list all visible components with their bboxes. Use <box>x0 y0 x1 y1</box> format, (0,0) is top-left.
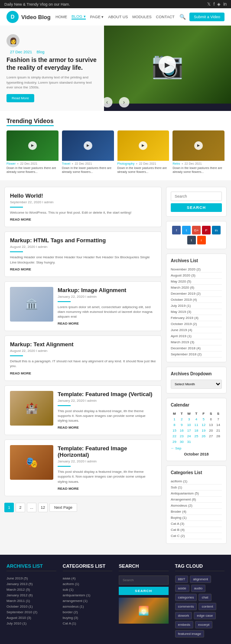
cal-cell[interactable]: 17 <box>185 428 193 433</box>
cal-cell[interactable]: 24 <box>185 433 193 439</box>
twitter-icon[interactable]: 𝕏 <box>207 2 211 7</box>
category-item[interactable]: Cat B (4) <box>171 527 222 533</box>
linkedin-icon[interactable]: in <box>223 2 227 7</box>
trending-play-2[interactable]: ▶ <box>84 141 92 150</box>
footer-search-button[interactable]: SEARCH <box>119 587 169 595</box>
footer-archive-item[interactable]: September 2010 (2) <box>7 609 56 615</box>
hero-next-button[interactable]: › <box>119 97 129 107</box>
cal-cell[interactable]: 1 <box>171 416 178 422</box>
cal-cell[interactable]: 18 <box>193 428 200 433</box>
cal-cell[interactable]: 25 <box>193 433 200 439</box>
sidebar-search-button[interactable]: SEARCH <box>171 203 222 212</box>
cal-cell[interactable]: 30 <box>178 439 185 445</box>
cal-cell[interactable]: 15 <box>171 428 178 433</box>
nav-page[interactable]: PAGE ▾ <box>90 15 104 19</box>
category-item[interactable]: Arrangement (6) <box>171 497 222 503</box>
read-more-image-alignment[interactable]: READ MORE <box>58 322 156 325</box>
nav-modules[interactable]: MODULES <box>132 15 152 19</box>
footer-category-item[interactable]: arrangement (1) <box>63 598 113 604</box>
page-12-button[interactable]: 12 <box>38 503 48 512</box>
page-2-button[interactable]: 2 <box>16 503 25 512</box>
category-item[interactable]: Asmodeus (2) <box>171 503 222 509</box>
archive-item[interactable]: August 2020 (3) <box>171 273 222 279</box>
archive-item[interactable]: May 2020 (5) <box>171 279 222 285</box>
cal-cell[interactable]: 23 <box>178 433 185 439</box>
nav-contact[interactable]: CONTACT <box>156 15 175 19</box>
hero-read-more-button[interactable]: Read More <box>7 94 34 102</box>
footer-search-input[interactable] <box>119 576 169 585</box>
footer-category-item[interactable]: antiquarianism (1) <box>63 592 113 598</box>
cal-cell[interactable]: 11 <box>193 422 200 428</box>
archive-item[interactable]: October 2019 (2) <box>171 321 222 327</box>
logo[interactable]: D Video Blog <box>7 11 51 23</box>
instagram-icon[interactable]: ◈ <box>217 2 221 7</box>
twitter-social-button[interactable]: t <box>182 226 191 234</box>
tag-categories[interactable]: categories <box>175 594 197 601</box>
cal-cell[interactable]: 16 <box>178 428 185 433</box>
tag-aside[interactable]: aside <box>175 585 189 592</box>
archive-item[interactable]: May 2019 (3) <box>171 309 222 315</box>
cal-cell[interactable]: 29 <box>171 439 178 445</box>
nav-home[interactable]: HOME <box>55 15 67 19</box>
footer-category-item[interactable]: asmodeus (1) <box>63 604 113 609</box>
tag-8bit[interactable]: 8BIT <box>175 576 189 583</box>
tumblr-social-button[interactable]: t <box>187 236 196 244</box>
cal-cell[interactable]: 26 <box>200 433 207 439</box>
facebook-social-button[interactable]: f <box>172 226 181 234</box>
tag-chat[interactable]: chat <box>198 594 211 601</box>
trending-play-1[interactable]: ▶ <box>28 141 37 150</box>
tag-audio[interactable]: audio <box>191 585 206 592</box>
archive-item[interactable]: April 2019 (1) <box>171 333 222 339</box>
footer-archive-item[interactable]: June 2019 (5) <box>7 576 56 581</box>
archive-item[interactable]: March 2019 (3) <box>171 339 222 345</box>
read-more-featured-vertical[interactable]: READ MORE <box>58 426 156 429</box>
pinterest-social-button[interactable]: P <box>202 226 211 234</box>
footer-archive-item[interactable]: July 2010 (1) <box>7 621 56 626</box>
archive-item[interactable]: December 2019 (2) <box>171 291 222 297</box>
archive-item[interactable]: October 2019 (4) <box>171 297 222 303</box>
archive-item[interactable]: July 2019 (1) <box>171 303 222 309</box>
category-item[interactable]: aciform (1) <box>171 478 222 485</box>
cal-cell[interactable]: 3 <box>185 416 193 422</box>
footer-category-item[interactable]: aciform (1) <box>63 581 113 587</box>
read-more-hello-world[interactable]: READ MORE <box>10 218 156 221</box>
archive-item[interactable]: March 2020 (6) <box>171 285 222 291</box>
cal-cell[interactable]: 19 <box>200 428 207 433</box>
read-more-featured-horizontal[interactable]: READ MORE <box>58 487 156 491</box>
category-item[interactable]: Sub (1) <box>171 485 222 491</box>
archive-item[interactable]: February 2019 (4) <box>171 315 222 321</box>
linkedin-social-button[interactable]: in <box>212 226 221 234</box>
cal-cell[interactable]: 8 <box>171 422 178 428</box>
category-item[interactable]: Cat C (2) <box>171 533 222 539</box>
next-page-button[interactable]: Next Page <box>49 503 77 512</box>
tag-edge-case[interactable]: edge case <box>194 612 216 619</box>
header-search-icon[interactable]: 🔍 <box>179 14 186 20</box>
tag-embeds[interactable]: embeds <box>175 621 193 628</box>
read-more-html-tags[interactable]: READ MORE <box>10 267 156 271</box>
archives-dropdown-select[interactable]: Select Month <box>171 380 222 389</box>
cal-cell[interactable]: 4 <box>193 416 200 422</box>
footer-archive-item[interactable]: January 2013 (5) <box>7 581 56 587</box>
footer-category-item[interactable]: buying (3) <box>63 615 113 621</box>
hero-prev-button[interactable]: ‹ <box>102 97 112 107</box>
cal-cell[interactable]: 10 <box>185 422 193 428</box>
footer-category-item[interactable]: Cat A (1) <box>63 621 113 626</box>
footer-archive-item[interactable]: August 2010 (3) <box>7 615 56 621</box>
category-item[interactable]: Broder (4) <box>171 509 222 515</box>
archive-item[interactable]: December 2018 (4) <box>171 345 222 351</box>
page-1-button[interactable]: 1 <box>4 503 14 512</box>
category-item[interactable]: Buying (1) <box>171 515 222 521</box>
nav-blog[interactable]: BLOG ▾ <box>72 14 86 20</box>
calendar-prev[interactable]: ← Sep <box>171 446 181 450</box>
footer-category-item[interactable]: border (2) <box>63 609 113 615</box>
archive-item[interactable]: June 2019 (4) <box>171 327 222 333</box>
archive-item[interactable]: September 2018 (2) <box>171 351 222 358</box>
cal-cell[interactable]: 5 <box>200 416 207 422</box>
tag-comments[interactable]: comments <box>175 603 197 610</box>
submit-video-button[interactable]: Submit a Video <box>189 13 224 21</box>
trending-play-4[interactable]: ▶ <box>194 141 203 150</box>
footer-category-item[interactable]: aaaa (4) <box>63 576 113 581</box>
category-item[interactable]: Cat A (3) <box>171 521 222 527</box>
archive-item[interactable]: November 2020 (2) <box>171 267 222 273</box>
category-item[interactable]: Antiquarianism (5) <box>171 491 222 497</box>
